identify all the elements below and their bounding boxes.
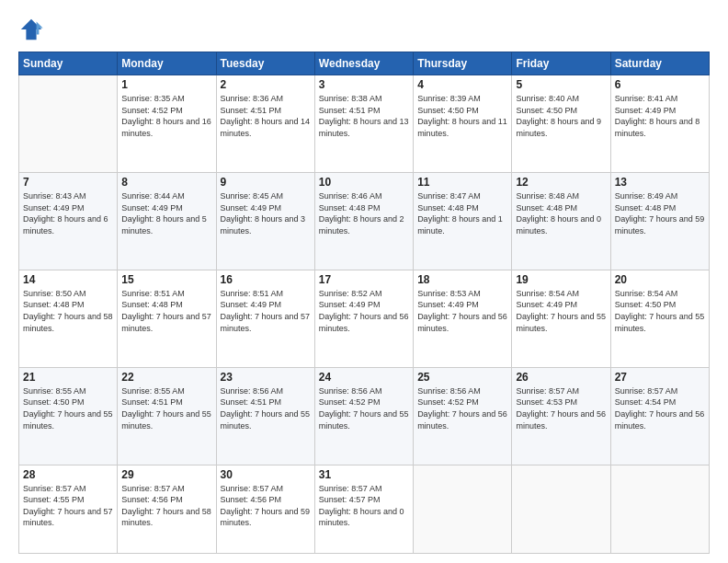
day-info: Sunrise: 8:56 AMSunset: 4:52 PMDaylight:… [417,385,507,431]
day-number: 27 [615,371,705,384]
calendar: SundayMondayTuesdayWednesdayThursdayFrid… [18,52,710,554]
calendar-cell: 6Sunrise: 8:41 AMSunset: 4:49 PMDaylight… [610,75,709,173]
day-info: Sunrise: 8:35 AMSunset: 4:52 PMDaylight:… [121,93,211,139]
day-info: Sunrise: 8:57 AMSunset: 4:56 PMDaylight:… [121,483,211,529]
calendar-cell: 4Sunrise: 8:39 AMSunset: 4:50 PMDaylight… [414,75,512,173]
logo-icon [18,17,44,42]
calendar-cell: 21Sunrise: 8:55 AMSunset: 4:50 PMDayligh… [19,367,118,465]
calendar-cell: 23Sunrise: 8:56 AMSunset: 4:51 PMDayligh… [216,367,314,465]
week-row-0: 1Sunrise: 8:35 AMSunset: 4:52 PMDaylight… [19,75,710,173]
calendar-cell: 28Sunrise: 8:57 AMSunset: 4:55 PMDayligh… [19,465,118,553]
day-number: 12 [516,176,606,189]
calendar-cell: 5Sunrise: 8:40 AMSunset: 4:50 PMDaylight… [512,75,610,173]
day-number: 13 [615,176,705,189]
day-info: Sunrise: 8:43 AMSunset: 4:49 PMDaylight:… [23,190,113,236]
calendar-cell [610,465,709,553]
day-number: 4 [417,78,507,91]
day-number: 9 [221,176,311,189]
day-number: 15 [121,273,211,286]
calendar-cell: 3Sunrise: 8:38 AMSunset: 4:51 PMDaylight… [314,75,413,173]
week-row-1: 7Sunrise: 8:43 AMSunset: 4:49 PMDaylight… [19,172,710,270]
day-info: Sunrise: 8:52 AMSunset: 4:49 PMDaylight:… [319,288,409,334]
calendar-cell: 29Sunrise: 8:57 AMSunset: 4:56 PMDayligh… [118,465,216,553]
calendar-cell: 9Sunrise: 8:45 AMSunset: 4:49 PMDaylight… [216,172,314,270]
calendar-cell: 1Sunrise: 8:35 AMSunset: 4:52 PMDaylight… [118,75,216,173]
day-info: Sunrise: 8:56 AMSunset: 4:52 PMDaylight:… [319,385,409,431]
day-number: 3 [319,78,409,91]
day-info: Sunrise: 8:51 AMSunset: 4:49 PMDaylight:… [221,288,311,334]
day-info: Sunrise: 8:55 AMSunset: 4:50 PMDaylight:… [23,385,113,431]
calendar-cell: 17Sunrise: 8:52 AMSunset: 4:49 PMDayligh… [314,270,413,367]
calendar-cell: 12Sunrise: 8:48 AMSunset: 4:48 PMDayligh… [512,172,610,270]
day-number: 5 [516,78,606,91]
day-info: Sunrise: 8:57 AMSunset: 4:57 PMDaylight:… [319,483,409,529]
day-info: Sunrise: 8:45 AMSunset: 4:49 PMDaylight:… [221,190,311,236]
calendar-cell [414,465,512,553]
calendar-cell: 15Sunrise: 8:51 AMSunset: 4:48 PMDayligh… [118,270,216,367]
day-info: Sunrise: 8:44 AMSunset: 4:49 PMDaylight:… [121,190,211,236]
day-number: 20 [615,273,705,286]
day-number: 1 [121,78,211,91]
day-number: 23 [221,371,311,384]
calendar-cell: 16Sunrise: 8:51 AMSunset: 4:49 PMDayligh… [216,270,314,367]
day-number: 31 [319,468,409,481]
day-number: 25 [417,371,507,384]
weekday-header-wednesday: Wednesday [314,52,413,75]
day-info: Sunrise: 8:55 AMSunset: 4:51 PMDaylight:… [121,385,211,431]
calendar-cell [19,75,118,173]
weekday-header-row: SundayMondayTuesdayWednesdayThursdayFrid… [19,52,710,75]
day-info: Sunrise: 8:39 AMSunset: 4:50 PMDaylight:… [417,93,507,139]
day-number: 26 [516,371,606,384]
calendar-cell [512,465,610,553]
day-info: Sunrise: 8:51 AMSunset: 4:48 PMDaylight:… [121,288,211,334]
weekday-header-saturday: Saturday [610,52,709,75]
calendar-cell: 31Sunrise: 8:57 AMSunset: 4:57 PMDayligh… [314,465,413,553]
day-number: 14 [23,273,113,286]
calendar-cell: 14Sunrise: 8:50 AMSunset: 4:48 PMDayligh… [19,270,118,367]
page: SundayMondayTuesdayWednesdayThursdayFrid… [0,0,728,563]
weekday-header-thursday: Thursday [414,52,512,75]
day-info: Sunrise: 8:46 AMSunset: 4:48 PMDaylight:… [319,190,409,236]
day-number: 8 [121,176,211,189]
calendar-cell: 2Sunrise: 8:36 AMSunset: 4:51 PMDaylight… [216,75,314,173]
day-info: Sunrise: 8:57 AMSunset: 4:53 PMDaylight:… [516,385,606,431]
day-info: Sunrise: 8:48 AMSunset: 4:48 PMDaylight:… [516,190,606,236]
calendar-cell: 27Sunrise: 8:57 AMSunset: 4:54 PMDayligh… [610,367,709,465]
week-row-2: 14Sunrise: 8:50 AMSunset: 4:48 PMDayligh… [19,270,710,367]
day-number: 29 [121,468,211,481]
week-row-3: 21Sunrise: 8:55 AMSunset: 4:50 PMDayligh… [19,367,710,465]
weekday-header-sunday: Sunday [19,52,118,75]
day-info: Sunrise: 8:47 AMSunset: 4:48 PMDaylight:… [417,190,507,236]
day-info: Sunrise: 8:53 AMSunset: 4:49 PMDaylight:… [417,288,507,334]
day-info: Sunrise: 8:54 AMSunset: 4:50 PMDaylight:… [615,288,705,334]
calendar-cell: 20Sunrise: 8:54 AMSunset: 4:50 PMDayligh… [610,270,709,367]
header [18,17,710,42]
day-number: 6 [615,78,705,91]
calendar-cell: 18Sunrise: 8:53 AMSunset: 4:49 PMDayligh… [414,270,512,367]
logo [18,17,48,42]
day-info: Sunrise: 8:50 AMSunset: 4:48 PMDaylight:… [23,288,113,334]
weekday-header-tuesday: Tuesday [216,52,314,75]
day-info: Sunrise: 8:40 AMSunset: 4:50 PMDaylight:… [516,93,606,139]
day-number: 19 [516,273,606,286]
day-info: Sunrise: 8:36 AMSunset: 4:51 PMDaylight:… [221,93,311,139]
day-number: 21 [23,371,113,384]
calendar-cell: 25Sunrise: 8:56 AMSunset: 4:52 PMDayligh… [414,367,512,465]
day-info: Sunrise: 8:49 AMSunset: 4:48 PMDaylight:… [615,190,705,236]
day-info: Sunrise: 8:57 AMSunset: 4:55 PMDaylight:… [23,483,113,529]
day-info: Sunrise: 8:54 AMSunset: 4:49 PMDaylight:… [516,288,606,334]
calendar-cell: 19Sunrise: 8:54 AMSunset: 4:49 PMDayligh… [512,270,610,367]
day-number: 7 [23,176,113,189]
calendar-cell: 24Sunrise: 8:56 AMSunset: 4:52 PMDayligh… [314,367,413,465]
day-number: 24 [319,371,409,384]
calendar-cell: 8Sunrise: 8:44 AMSunset: 4:49 PMDaylight… [118,172,216,270]
svg-marker-1 [37,22,43,35]
day-info: Sunrise: 8:57 AMSunset: 4:54 PMDaylight:… [615,385,705,431]
calendar-cell: 22Sunrise: 8:55 AMSunset: 4:51 PMDayligh… [118,367,216,465]
day-info: Sunrise: 8:57 AMSunset: 4:56 PMDaylight:… [221,483,311,529]
calendar-cell: 11Sunrise: 8:47 AMSunset: 4:48 PMDayligh… [414,172,512,270]
calendar-cell: 30Sunrise: 8:57 AMSunset: 4:56 PMDayligh… [216,465,314,553]
weekday-header-monday: Monday [118,52,216,75]
day-number: 30 [221,468,311,481]
calendar-cell: 13Sunrise: 8:49 AMSunset: 4:48 PMDayligh… [610,172,709,270]
